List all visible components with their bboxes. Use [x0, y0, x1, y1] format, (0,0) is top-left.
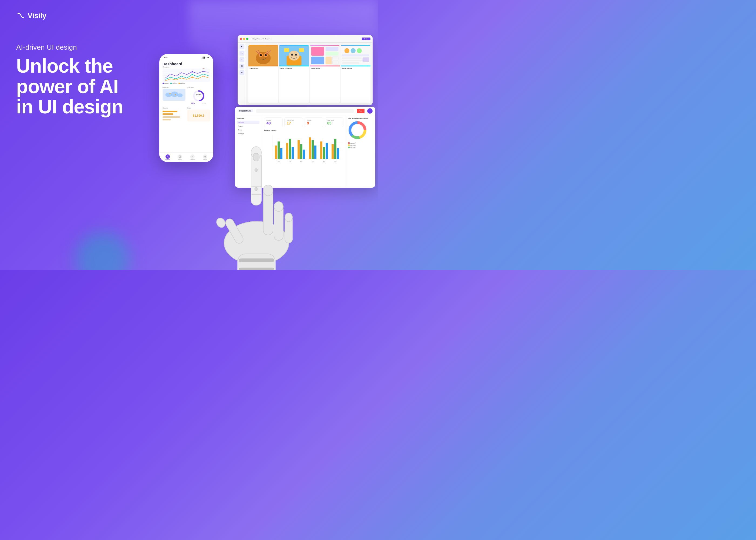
legend-3: Label 3	[179, 82, 185, 84]
svg-rect-37	[325, 52, 338, 56]
svg-point-11	[178, 93, 183, 97]
user-avatar	[367, 108, 373, 114]
nav-dot-history	[178, 154, 182, 159]
card-image-social1	[310, 45, 340, 67]
svg-rect-49	[342, 63, 359, 64]
location-label: Location	[163, 86, 186, 88]
design-tool-frame: / MagnVion ... / III Board 1 + Share ↖ □…	[238, 35, 373, 105]
svg-point-101	[255, 188, 258, 191]
svg-point-95	[274, 202, 283, 211]
sidebar-icon-cursor[interactable]: ↖	[239, 44, 244, 49]
svg-point-6	[192, 74, 193, 75]
logo[interactable]: Visily	[16, 11, 47, 21]
bar-row-3	[163, 116, 186, 118]
svg-point-45	[357, 48, 362, 53]
bg-circle-decoration	[75, 232, 130, 270]
window-minimize-dot	[243, 38, 245, 40]
hero-subtitle: AI-driven UI design	[16, 43, 123, 52]
overview-section: Overview	[163, 66, 210, 84]
svg-rect-103	[239, 268, 274, 270]
growth-section: Growth	[163, 107, 186, 121]
hero-title-line3: in UI design	[16, 96, 123, 117]
phone-status-bar: 9:41 ▐▐▐ ▲ ▮▮	[159, 54, 213, 60]
progress-label: Progress	[187, 86, 210, 88]
growth-label: Growth	[163, 107, 186, 109]
svg-rect-70	[331, 144, 334, 159]
sidebar-icon-text[interactable]: T	[239, 57, 244, 62]
svg-point-31	[295, 54, 297, 56]
bar-3	[163, 116, 180, 118]
svg-point-29	[289, 51, 300, 61]
design-card-2: Video streaming	[279, 45, 309, 103]
legend-color-3	[348, 147, 350, 148]
svg-point-26	[265, 54, 267, 56]
bar-row-2	[163, 113, 186, 115]
phone-time: 9:41	[164, 56, 168, 59]
last-performance-label: Last 60 Days Performance	[348, 117, 373, 119]
svg-rect-39	[325, 57, 332, 64]
bar-4	[163, 119, 171, 120]
svg-rect-69	[325, 143, 328, 159]
location-section: Location	[163, 86, 186, 105]
phone-header-area: Dashboard	[163, 62, 210, 66]
sidebar-icon-image[interactable]: ⊞	[239, 64, 244, 68]
progress-section: Progress 720/1000 72% 28%	[187, 86, 210, 105]
legend-color-1	[348, 142, 350, 144]
line-chart	[163, 68, 210, 82]
svg-point-100	[255, 169, 258, 172]
svg-point-10	[171, 91, 179, 97]
sidebar-icon-shape[interactable]: □	[239, 51, 244, 56]
hero-title-line2: power of AI	[16, 75, 118, 97]
hero-title-line1: Unlock the	[16, 55, 113, 77]
svg-point-25	[260, 54, 262, 56]
svg-point-7	[192, 77, 193, 78]
svg-text:720/1000: 720/1000	[196, 94, 201, 95]
legend-color-2	[348, 144, 350, 146]
bar-row-4	[163, 119, 186, 120]
card-image-cat1	[248, 45, 278, 67]
legend-label-1: Approx A	[350, 142, 356, 144]
design-card-3: Search Label	[310, 45, 340, 103]
svg-point-22	[256, 52, 271, 64]
stat-card-total: Total Tasks 85	[325, 117, 343, 127]
svg-rect-38	[311, 57, 324, 64]
design-tool-toolbar: / MagnVion ... / III Board 1 + Share	[238, 35, 373, 43]
svg-rect-50	[363, 57, 369, 62]
legend-label-3: Approx C	[350, 147, 356, 148]
location-progress-row: Location	[163, 86, 210, 105]
robot-hand	[189, 103, 324, 270]
sidebar-icon-component[interactable]: ◈	[239, 70, 244, 75]
nav-history[interactable]: History	[178, 154, 182, 160]
robot-hand-svg	[189, 103, 324, 270]
window-maximize-dot	[246, 38, 248, 40]
design-tool-mockup: / MagnVion ... / III Board 1 + Share ↖ □…	[238, 35, 373, 105]
design-tool-content: ↖ □ T ⊞ ◈	[238, 43, 373, 105]
card-body-3: Search Label	[310, 67, 340, 70]
nav-my-track[interactable]: My track	[165, 154, 170, 160]
svg-rect-48	[342, 60, 364, 62]
card-title-4: Profile display	[342, 68, 369, 69]
svg-rect-91	[253, 153, 259, 161]
card-title-1: Video listing	[249, 68, 277, 69]
share-button[interactable]: Share	[362, 38, 370, 40]
new-button[interactable]: New	[357, 109, 364, 113]
hero-title: Unlock the power of AI in UI design	[16, 56, 123, 117]
svg-point-13	[175, 94, 176, 95]
design-card-4: Profile display	[341, 45, 370, 103]
donut-chart	[348, 121, 367, 140]
svg-rect-72	[337, 148, 339, 159]
nav-track-label: My track	[165, 159, 170, 160]
overview-label: Overview	[163, 66, 210, 68]
dashboard-right-panel: Last 60 Days Performance Approx A Appr	[346, 115, 375, 188]
svg-text:Jun: Jun	[334, 161, 336, 163]
svg-rect-46	[342, 54, 369, 56]
svg-point-83	[353, 126, 362, 134]
visily-logo-icon	[16, 11, 26, 21]
growth-bars	[163, 110, 186, 121]
design-card-1: Video listing	[248, 45, 278, 103]
svg-rect-102	[239, 259, 274, 262]
card-body-1: Video listing	[248, 67, 278, 70]
overview-chart	[163, 68, 210, 82]
design-tool-sidebar: ↖ □ T ⊞ ◈	[238, 43, 246, 105]
svg-point-30	[291, 54, 293, 56]
